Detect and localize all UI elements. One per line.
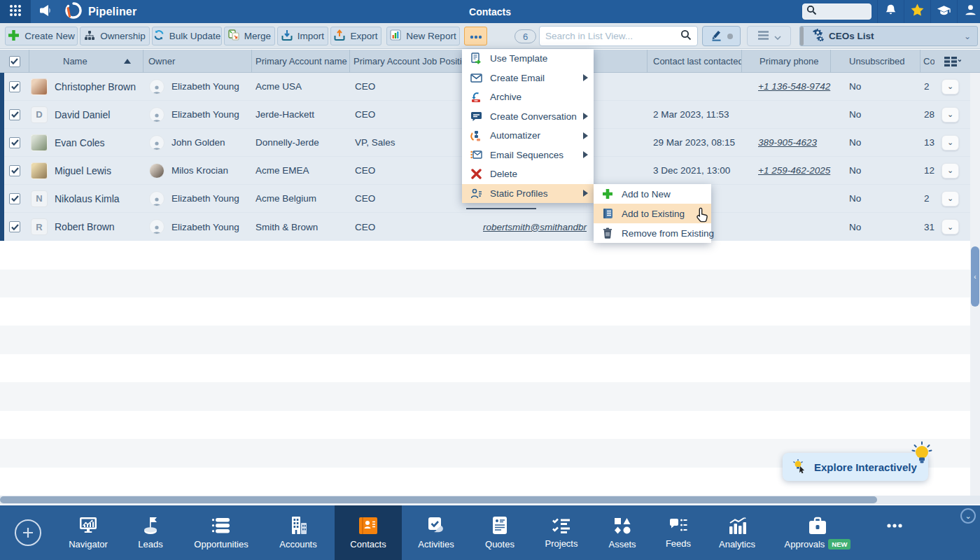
column-header-owner[interactable]: Owner: [144, 50, 252, 73]
import-button[interactable]: Import: [277, 27, 328, 46]
nav-item-feeds[interactable]: Feeds: [651, 505, 706, 560]
menu-item-email-sequences[interactable]: Email Sequences: [462, 146, 594, 165]
opportunities-icon: [211, 517, 232, 535]
add-icon: [601, 188, 615, 200]
owner-avatar-icon: [149, 191, 164, 206]
user-icon: [964, 4, 977, 20]
app-launcher-button[interactable]: [0, 0, 31, 23]
favorites-button[interactable]: [904, 0, 930, 23]
merge-button[interactable]: Merge: [224, 27, 275, 46]
partially-hidden-email-underline: [466, 208, 536, 209]
phone-link[interactable]: +1 259-462-2025: [758, 165, 830, 176]
list-search-input[interactable]: [545, 31, 680, 41]
submenu-item-add-to-new[interactable]: Add to New: [594, 184, 711, 204]
menu-item-automatizer[interactable]: Automatizer: [462, 126, 594, 146]
table-row[interactable]: RRobert Brown Elizabeth Young Smith & Br…: [0, 213, 970, 241]
menu-item-create-conversation[interactable]: Create Conversation: [462, 107, 594, 127]
nav-item-analytics[interactable]: Analytics: [706, 505, 769, 560]
row-checkbox[interactable]: [9, 165, 20, 176]
account-button[interactable]: [957, 0, 980, 23]
view-options-button[interactable]: [747, 26, 791, 46]
quick-add-button[interactable]: [15, 519, 41, 546]
create-email-icon: [469, 71, 483, 84]
row-expand-button[interactable]: ⌄: [941, 219, 959, 234]
horizontal-scrollbar[interactable]: [0, 496, 980, 504]
vertical-scrollbar-thumb[interactable]: ‹: [971, 246, 979, 307]
row-expand-button[interactable]: ⌄: [941, 163, 959, 178]
menu-item-delete[interactable]: Delete: [462, 164, 594, 184]
new-badge: NEW: [828, 539, 850, 550]
phone-link[interactable]: +1 136-548-9742: [758, 81, 830, 92]
new-report-button[interactable]: New Report: [386, 27, 460, 46]
global-search-input[interactable]: [802, 4, 872, 20]
column-header-job[interactable]: Primary Account Job Position: [350, 50, 463, 73]
learning-button[interactable]: [930, 0, 957, 23]
nav-item-opportunities[interactable]: Opportunities: [181, 505, 262, 560]
ownership-button[interactable]: Ownership: [80, 27, 150, 46]
row-expand-button[interactable]: ⌄: [941, 79, 959, 94]
nav-item-activities[interactable]: Activities: [402, 505, 470, 560]
row-checkbox[interactable]: [9, 137, 20, 148]
ownership-icon: [84, 30, 95, 43]
column-chooser[interactable]: [934, 50, 970, 73]
menu-item-use-template[interactable]: Use Template: [462, 49, 594, 69]
nav-item-leads[interactable]: Leads: [120, 505, 181, 560]
column-header-account[interactable]: Primary Account name: [252, 50, 350, 73]
drag-grip[interactable]: [800, 27, 804, 46]
highlight-filter-button[interactable]: [702, 26, 741, 46]
list-search-box[interactable]: [539, 26, 698, 46]
nav-item-contacts[interactable]: Contacts: [335, 505, 402, 560]
select-all-checkbox[interactable]: [9, 56, 20, 67]
leads-flag-icon: [141, 516, 160, 535]
accounts-building-icon: [288, 516, 308, 535]
filter-state-dot: [727, 34, 733, 39]
menu-item-archive[interactable]: Archive: [462, 88, 594, 107]
notifications-button[interactable]: [877, 0, 904, 23]
profile-selector[interactable]: CEOs List ⌄: [799, 26, 978, 46]
nav-item-more[interactable]: .: [867, 505, 923, 560]
nav-item-projects[interactable]: Projects: [529, 505, 594, 560]
phone-link[interactable]: 389-905-4623: [758, 137, 817, 148]
app-logo[interactable]: Pipeliner: [64, 0, 136, 23]
hamburger-icon: [757, 30, 769, 43]
list-toolbar: Create New Ownership Bulk Update Merge I…: [0, 23, 980, 49]
column-header-name[interactable]: Name: [29, 50, 144, 73]
column-header-last-contacted[interactable]: Contact last contacted...: [648, 50, 742, 73]
nav-item-accounts[interactable]: Accounts: [262, 505, 335, 560]
row-expand-button[interactable]: ⌄: [941, 191, 959, 206]
nav-item-approvals[interactable]: ApprovalsNEW: [769, 505, 867, 560]
column-header-unsubscribed[interactable]: Unsubscribed: [831, 50, 920, 73]
menu-item-static-profiles[interactable]: Static Profiles: [462, 184, 594, 204]
assets-shapes-icon: [613, 517, 631, 535]
nav-item-quotes[interactable]: Quotes: [470, 505, 529, 560]
contact-avatar: R: [31, 218, 48, 235]
email-link[interactable]: robertsmith@smithandbr: [483, 222, 587, 232]
announcements-button[interactable]: [31, 0, 60, 23]
create-new-button[interactable]: Create New: [5, 27, 78, 46]
column-header-clipped[interactable]: Co: [920, 50, 934, 73]
more-actions-button[interactable]: [464, 27, 487, 46]
bulb-cursor-icon: [791, 458, 808, 477]
contact-avatar: [31, 78, 48, 95]
bulk-update-button[interactable]: Bulk Update: [152, 27, 222, 46]
contacts-card-icon: [358, 517, 379, 535]
vertical-scrollbar[interactable]: ‹: [970, 73, 980, 496]
row-checkbox[interactable]: [9, 193, 20, 204]
nav-item-assets[interactable]: Assets: [594, 505, 651, 560]
row-expand-button[interactable]: ⌄: [941, 135, 959, 150]
menu-item-create-email[interactable]: Create Email: [462, 69, 594, 88]
collapse-nav-button[interactable]: ⌄: [960, 508, 976, 524]
horizontal-scrollbar-thumb[interactable]: [0, 496, 877, 503]
more-dots-icon: [886, 523, 903, 528]
row-checkbox[interactable]: [9, 221, 20, 232]
row-checkbox[interactable]: [9, 109, 20, 120]
nav-item-navigator[interactable]: Navigator: [56, 505, 120, 560]
row-expand-button[interactable]: ⌄: [941, 107, 959, 122]
submenu-item-add-to-existing[interactable]: Add to Existing: [594, 204, 711, 223]
explore-interactively-button[interactable]: Explore Interactively: [783, 453, 928, 481]
archive-icon: [469, 91, 483, 104]
export-button[interactable]: Export: [330, 27, 382, 46]
row-checkbox[interactable]: [9, 81, 20, 92]
submenu-item-remove-from-existing[interactable]: Remove from Existing: [594, 223, 711, 243]
column-header-phone[interactable]: Primary phone: [742, 50, 831, 73]
